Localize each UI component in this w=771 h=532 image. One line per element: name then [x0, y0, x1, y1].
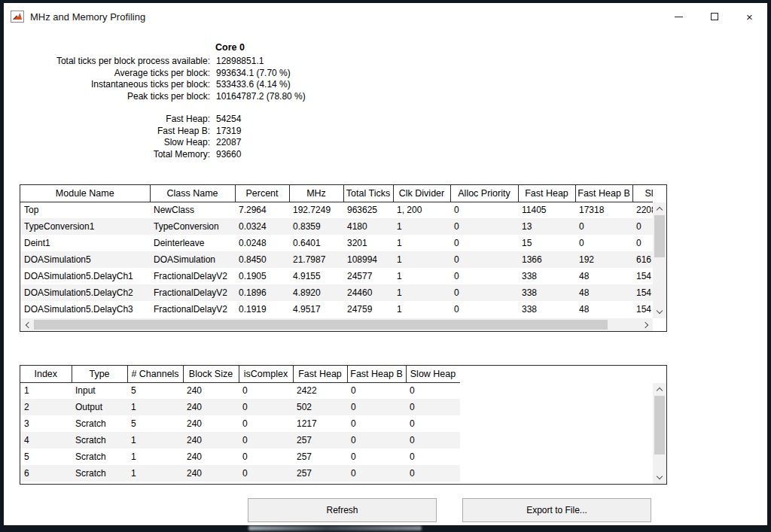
table-cell: 0 — [450, 202, 518, 218]
table-cell: 4.9155 — [289, 268, 343, 284]
scrollbar-thumb[interactable] — [654, 396, 665, 454]
scrollbar-thumb[interactable] — [34, 320, 608, 330]
core-header: Core 0 — [215, 42, 306, 53]
stat-row: Average ticks per block: 993634.1 (7.70 … — [4, 68, 306, 80]
table-cell: 240 — [183, 399, 239, 415]
scroll-up-button[interactable] — [653, 383, 666, 396]
table-cell: 0 — [575, 218, 632, 235]
scrollbar-track[interactable] — [34, 318, 639, 331]
stat-label: Total ticks per block process available: — [4, 56, 210, 68]
module-table-vertical-scrollbar[interactable] — [653, 202, 666, 318]
table-cell: 5 — [127, 382, 183, 399]
table-cell: 3 — [20, 415, 72, 432]
table-cell: Output — [72, 399, 127, 415]
column-header: Fast Heap — [518, 185, 575, 202]
table-row[interactable]: TypeConversion1TypeConversion0.03240.835… — [20, 218, 653, 235]
table-cell: 240 — [183, 415, 239, 432]
table-cell: 1 — [127, 399, 183, 415]
table-cell: 13 — [518, 218, 575, 235]
table-cell: 5 — [127, 415, 183, 432]
table-cell: 1 — [20, 382, 72, 399]
table-cell: DOASimulation5.DelayCh1 — [20, 268, 150, 284]
table-cell: Deinterleave — [150, 235, 235, 251]
column-header: Fast Heap B — [575, 185, 632, 202]
table-cell: 2208 — [632, 202, 653, 218]
column-header: isComplex — [239, 366, 293, 382]
column-header: Slow Heap — [406, 366, 460, 382]
table-cell: FractionalDelayV2 — [150, 301, 235, 318]
minimize-icon — [675, 17, 683, 17]
stat-value: 12898851.1 — [216, 56, 264, 68]
scroll-down-button[interactable] — [653, 306, 666, 318]
table-row[interactable]: 5Scratch1240025700 — [20, 448, 460, 465]
table-cell: 7.2964 — [235, 202, 289, 218]
table-cell: 4.9517 — [289, 301, 343, 318]
scroll-down-button[interactable] — [653, 471, 666, 484]
table-cell: 1, 200 — [393, 202, 450, 218]
table-row[interactable]: DOASimulation5.DelayCh3FractionalDelayV2… — [20, 301, 653, 318]
table-cell: Scratch — [72, 448, 127, 465]
table-cell: 257 — [293, 448, 347, 465]
table-cell: Deint1 — [20, 235, 150, 251]
table-row[interactable]: 4Scratch1240025700 — [20, 432, 460, 448]
table-cell: 192.7249 — [289, 202, 343, 218]
minimize-button[interactable] — [661, 3, 696, 30]
table-cell: 48 — [575, 301, 632, 318]
stat-label: Total Memory: — [4, 149, 210, 161]
table-row[interactable]: Deint1Deinterleave0.02480.64013201101500 — [20, 235, 653, 251]
stat-row: Fast Heap B: 17319 — [4, 126, 306, 138]
table-cell: 0 — [239, 432, 293, 448]
table-cell: Scratch — [72, 432, 127, 448]
table-cell: 0.0248 — [235, 235, 289, 251]
table-cell: 4.8920 — [289, 284, 343, 301]
column-header: Percent — [235, 185, 289, 202]
table-cell: DOASimulation5.DelayCh2 — [20, 284, 150, 301]
buffer-table-viewport: IndexType# ChannelsBlock SizeisComplexFa… — [20, 366, 460, 484]
buffer-table-vertical-scrollbar[interactable] — [653, 383, 666, 484]
table-row[interactable]: 1Input52400242200 — [20, 382, 460, 399]
table-row[interactable]: TopNewClass7.2964192.72499636251, 200011… — [20, 202, 653, 218]
stat-row: Total ticks per block process available:… — [4, 56, 306, 68]
table-cell: 1217 — [293, 415, 347, 432]
table-cell: 0 — [239, 448, 293, 465]
chevron-down-icon — [657, 308, 663, 314]
table-row[interactable]: 6Scratch1240025700 — [20, 465, 460, 482]
stat-label: Average ticks per block: — [4, 68, 210, 80]
column-header: Type — [72, 366, 127, 382]
export-to-file-button[interactable]: Export to File... — [462, 498, 651, 522]
table-cell: Scratch — [72, 465, 127, 482]
table-cell: 4180 — [343, 218, 393, 235]
table-row[interactable]: 3Scratch52400121700 — [20, 415, 460, 432]
window-title: MHz and Memory Profiling — [30, 11, 145, 23]
scroll-right-button[interactable] — [639, 318, 653, 331]
table-cell: 1 — [393, 301, 450, 318]
scroll-up-button[interactable] — [653, 202, 666, 215]
module-table: Module NameClass NamePercentMHzTotal Tic… — [20, 184, 667, 332]
table-cell: FractionalDelayV2 — [150, 268, 235, 284]
scroll-left-button[interactable] — [20, 318, 34, 331]
table-cell: 21.7987 — [289, 251, 343, 268]
table-row[interactable]: DOASimulation5.DelayCh1FractionalDelayV2… — [20, 268, 653, 284]
module-table-horizontal-scrollbar[interactable] — [20, 318, 653, 331]
scrollbar-track[interactable] — [653, 215, 666, 306]
table-row[interactable]: DOASimulation5.DelayCh2FractionalDelayV2… — [20, 284, 653, 301]
chevron-up-icon — [657, 388, 663, 394]
scrollbar-track[interactable] — [653, 396, 666, 471]
table-cell: DOASimulation5.DelayCh3 — [20, 301, 150, 318]
table-cell: NewClass — [150, 202, 235, 218]
column-header: Class Name — [150, 185, 235, 202]
maximize-button[interactable] — [696, 3, 732, 30]
close-button[interactable]: × — [732, 3, 767, 30]
table-cell: 2 — [20, 399, 72, 415]
table-cell: 1 — [393, 218, 450, 235]
refresh-button[interactable]: Refresh — [248, 498, 437, 522]
table-row[interactable]: DOASimulation5DOASimulation0.845021.7987… — [20, 251, 653, 268]
table-cell: 154 — [632, 284, 653, 301]
table-cell: 0 — [450, 235, 518, 251]
table-cell: 0 — [406, 448, 460, 465]
table-cell: 11405 — [518, 202, 575, 218]
scrollbar-thumb[interactable] — [654, 215, 665, 257]
table-row[interactable]: 2Output1240050200 — [20, 399, 460, 415]
table-cell: 0 — [347, 382, 406, 399]
column-header: Slow — [632, 185, 653, 202]
